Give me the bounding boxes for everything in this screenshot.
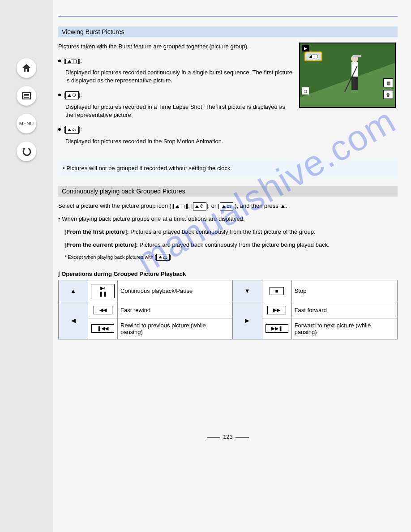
table-row: ◀ ◀◀ Fast rewind ▶ ▶▶ Fast forward <box>59 302 398 318</box>
options-intro: • When playing back picture groups one a… <box>58 215 398 223</box>
option-from-current: [From the current picture]: Pictures are… <box>64 241 398 249</box>
fast-forward-icon: ▶▶ <box>267 306 286 314</box>
stop-icon: ■ <box>270 287 284 295</box>
svg-rect-5 <box>353 55 361 57</box>
page-number: 123 <box>58 433 398 440</box>
nav-toc-button[interactable] <box>17 86 36 106</box>
operations-table: ▲ ▶/❚❚ Continuous playback/Pause ▼ ■ Sto… <box>58 280 398 339</box>
back-arrow-icon <box>21 146 32 157</box>
footnote-except: * Except when playing back pictures with… <box>64 254 398 261</box>
nav-back-button[interactable] <box>17 142 36 161</box>
main-content: manualshive.com Viewing Burst Pictures ▶… <box>53 0 411 532</box>
nav-home-button[interactable] <box>17 58 36 78</box>
table-row: ▲ ▶/❚❚ Continuous playback/Pause ▼ ■ Sto… <box>59 280 398 302</box>
option-from-first: [From the first picture]: Pictures are p… <box>64 228 398 236</box>
list-icon <box>21 90 32 101</box>
next-icon-cell: ▶▶❚ <box>262 318 291 339</box>
bullet-icon <box>58 60 61 62</box>
dpad-right-cell: ▶ <box>232 302 262 339</box>
rewind-label: Fast rewind <box>118 302 233 318</box>
section-heading-continuous-playback: Continuously playing back Grouped Pictur… <box>58 186 398 197</box>
operations-heading: ∫ Operations during Grouped Picture Play… <box>58 270 398 277</box>
bullet-icon <box>58 94 61 96</box>
section-heading-viewing-burst: Viewing Burst Pictures <box>58 26 398 37</box>
stopmotion-group-icon: 🗂 <box>220 202 233 211</box>
burst-group-icon <box>173 204 187 209</box>
stop-icon-cell: ■ <box>262 280 291 302</box>
play-pause-label: Continuous playback/Pause <box>118 280 233 302</box>
golfer-figure-icon <box>341 52 368 102</box>
stop-label: Stop <box>291 280 397 302</box>
select-instruction: Select a picture with the picture group … <box>58 202 398 210</box>
timelapse-group-icon: ⏱ <box>65 91 79 99</box>
dpad-up-cell: ▲ <box>59 280 88 302</box>
rewind-icon: ◀◀ <box>94 306 112 314</box>
playback-mode-icon: ▶ <box>302 45 309 51</box>
group-indicator-overlay <box>304 51 322 61</box>
sidebar: MENU <box>0 0 53 532</box>
next-label: Forward to next picture (while pausing) <box>291 318 397 339</box>
ffwd-icon-cell: ▶▶ <box>262 302 291 318</box>
rewind-icon-cell: ◀◀ <box>88 302 118 318</box>
thumbnail-grid-icon: ▦ <box>383 78 393 87</box>
ffwd-label: Fast forward <box>291 302 397 318</box>
skip-next-icon: ▶▶❚ <box>265 324 288 333</box>
stopmotion-group-icon: 🗂 <box>65 126 79 134</box>
clock-note: • Pictures will not be grouped if record… <box>58 159 398 178</box>
bullet-icon <box>58 128 61 131</box>
menu-label: MENU <box>19 121 34 126</box>
stopmotion-group-icon: 🗂 <box>156 254 170 261</box>
delete-icon: 🗑 <box>383 90 393 99</box>
prev-label: Rewind to previous picture (while pausin… <box>118 318 233 339</box>
svg-rect-7 <box>351 77 358 90</box>
media-badge-icon: □ <box>302 87 309 94</box>
timelapse-group-icon: ⏱ <box>193 202 206 211</box>
table-row: ❚◀◀ Rewind to previous picture (while pa… <box>59 318 398 339</box>
dpad-left-cell: ◀ <box>59 302 88 339</box>
svg-rect-6 <box>351 62 358 77</box>
nav-menu-button[interactable]: MENU <box>17 114 36 133</box>
burst-group-icon <box>65 59 79 64</box>
home-icon <box>21 63 32 73</box>
play-pause-icon-cell: ▶/❚❚ <box>88 280 118 302</box>
dpad-down-cell: ▼ <box>232 280 262 302</box>
stopmotion-group-text: Displayed for pictures recorded in the S… <box>65 137 398 146</box>
prev-icon-cell: ❚◀◀ <box>88 318 118 339</box>
play-pause-icon: ▶/❚❚ <box>91 284 115 298</box>
example-photo: ▶ □ ▦ 🗑 <box>299 43 398 108</box>
skip-previous-icon: ❚◀◀ <box>91 324 114 333</box>
